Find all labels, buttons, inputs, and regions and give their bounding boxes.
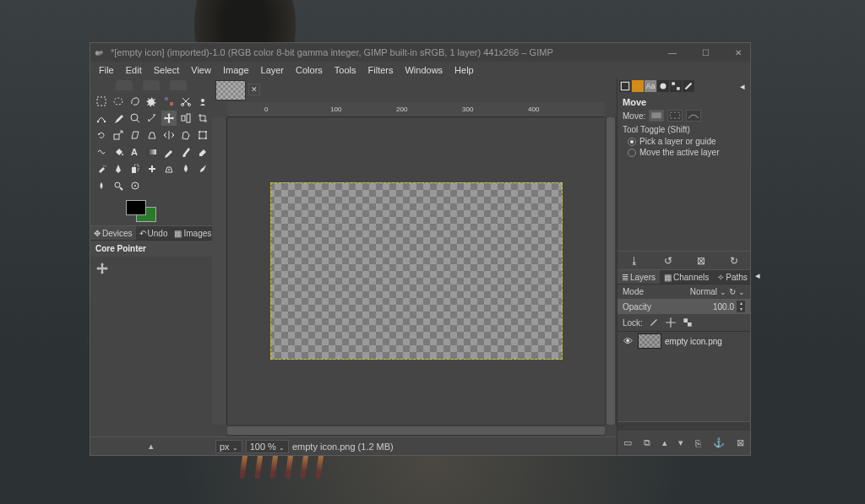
paths-tool[interactable] — [94, 111, 109, 126]
clone-tool[interactable] — [128, 161, 143, 176]
color-picker-tool[interactable] — [111, 111, 126, 126]
flip-tool[interactable] — [161, 127, 177, 143]
brushes-icon[interactable] — [657, 80, 669, 92]
airbrush-tool[interactable] — [94, 161, 109, 176]
restore-options-icon[interactable]: ↺ — [664, 255, 672, 267]
menu-layer[interactable]: Layer — [256, 63, 290, 77]
menu-view[interactable]: View — [186, 63, 216, 77]
color-select-tool[interactable] — [161, 94, 177, 109]
menu-image[interactable]: Image — [218, 63, 254, 77]
lock-alpha-icon[interactable] — [682, 317, 694, 328]
canvas[interactable] — [270, 182, 563, 360]
foreground-select-tool[interactable] — [195, 94, 210, 109]
unit-selector[interactable]: px ⌄ — [215, 440, 242, 453]
gradients-icon[interactable] — [683, 80, 694, 92]
perspective-clone-tool[interactable] — [161, 161, 177, 176]
minimize-button[interactable]: — — [663, 46, 682, 59]
maximize-button[interactable]: ☐ — [697, 46, 715, 59]
paintbrush-tool[interactable] — [178, 144, 193, 160]
patterns-icon[interactable] — [670, 80, 682, 92]
menu-edit[interactable]: Edit — [121, 63, 147, 77]
ink-tool[interactable] — [111, 161, 126, 176]
move-mode-selection[interactable] — [667, 110, 683, 122]
opacity-down[interactable]: ▾ — [737, 306, 745, 312]
layers-scrollbar[interactable] — [617, 422, 750, 431]
fg-bg-color[interactable] — [90, 195, 212, 225]
measure-tool[interactable] — [144, 111, 160, 126]
menu-help[interactable]: Help — [449, 63, 479, 77]
canvas-viewport[interactable] — [227, 117, 605, 425]
cage-tool[interactable] — [178, 127, 193, 143]
move-mode-layer[interactable] — [649, 110, 664, 122]
shear-tool[interactable] — [128, 127, 143, 143]
warp-tool[interactable] — [94, 144, 109, 160]
radio-pick-layer[interactable]: Pick a layer or guide — [623, 136, 745, 147]
save-preset-icon[interactable]: ▴ — [149, 441, 154, 452]
tool-options-icon[interactable] — [619, 80, 631, 92]
tab-devices[interactable]: ✥Devices — [90, 226, 136, 240]
horizontal-ruler[interactable]: 0 100 200 300 400 — [227, 102, 605, 117]
menu-colors[interactable]: Colors — [291, 63, 328, 77]
align-tool[interactable] — [178, 111, 193, 126]
layer-visibility-icon[interactable]: 👁 — [621, 336, 634, 346]
tab-undo[interactable]: ↶Undo — [136, 226, 171, 240]
menu-tools[interactable]: Tools — [329, 63, 362, 77]
anchor-layer-icon[interactable]: ⚓ — [713, 437, 725, 448]
image-tab-thumbnail[interactable] — [215, 80, 246, 100]
right-dock-menu-icon[interactable]: ◂ — [737, 81, 748, 92]
handle-transform-tool[interactable] — [128, 178, 143, 193]
foreground-color[interactable] — [126, 200, 146, 215]
blur-tool[interactable] — [178, 161, 193, 176]
move-tool[interactable] — [161, 111, 177, 126]
pencil-tool[interactable] — [161, 144, 177, 160]
ellipse-select-tool[interactable] — [111, 94, 126, 109]
lower-layer-icon[interactable]: ▾ — [678, 437, 683, 448]
new-group-icon[interactable]: ⧉ — [644, 437, 650, 448]
free-select-tool[interactable] — [128, 94, 143, 109]
scissors-tool[interactable] — [178, 94, 193, 109]
lock-pixels-icon[interactable] — [648, 317, 660, 328]
tab-images[interactable]: ▦Images — [171, 226, 215, 240]
reset-options-icon[interactable]: ↻ — [730, 255, 738, 267]
heal-tool[interactable] — [144, 161, 160, 176]
mode-dropdown[interactable]: Normal — [690, 287, 717, 296]
gradient-tool[interactable] — [144, 144, 160, 160]
rotate-tool[interactable] — [94, 127, 109, 143]
bucket-tool[interactable] — [111, 144, 126, 160]
opacity-up[interactable]: ▴ — [737, 301, 745, 306]
unified-transform-tool[interactable] — [195, 127, 210, 143]
delete-layer-icon[interactable]: ⊠ — [737, 437, 744, 448]
layer-name[interactable]: empty icon.png — [665, 337, 722, 346]
menu-filters[interactable]: Filters — [363, 63, 399, 77]
radio-move-active[interactable]: Move the active layer — [623, 147, 745, 158]
dodge-tool[interactable] — [111, 178, 126, 193]
raise-layer-icon[interactable]: ▴ — [662, 437, 667, 448]
smudge-tool[interactable] — [94, 178, 109, 193]
opacity-slider[interactable]: Opacity 100.0 ▴▾ — [617, 299, 750, 314]
mypaint-brush-tool[interactable] — [195, 161, 210, 176]
layer-row[interactable]: 👁 empty icon.png — [617, 332, 750, 350]
device-status-icon[interactable] — [632, 80, 644, 92]
vertical-scrollbar[interactable] — [605, 117, 617, 425]
textures-icon[interactable]: Aa — [645, 80, 656, 92]
layer-thumbnail[interactable] — [638, 333, 661, 349]
text-tool[interactable]: A — [128, 144, 143, 160]
duplicate-layer-icon[interactable]: ⎘ — [695, 438, 701, 448]
rect-select-tool[interactable] — [94, 94, 109, 109]
horizontal-scrollbar[interactable] — [227, 425, 605, 436]
close-button[interactable]: ✕ — [730, 46, 747, 59]
mode-caret2-icon[interactable]: ⌄ — [738, 288, 745, 296]
menu-select[interactable]: Select — [149, 63, 185, 77]
save-options-icon[interactable]: ⭳ — [629, 255, 639, 267]
tab-paths[interactable]: ✧Paths — [713, 270, 752, 284]
tab-layers[interactable]: ≣Layers — [617, 270, 660, 284]
perspective-tool[interactable] — [144, 127, 160, 143]
titlebar[interactable]: *[empty icon] (imported)-1.0 (RGB color … — [90, 43, 750, 62]
zoom-selector[interactable]: 100 % ⌄ — [246, 440, 289, 453]
image-tab-close-icon[interactable]: ✕ — [248, 84, 260, 95]
delete-options-icon[interactable]: ⊠ — [697, 255, 705, 267]
mode-caret-icon[interactable]: ⌄ — [720, 288, 726, 296]
vertical-ruler[interactable] — [212, 117, 227, 425]
tab-channels[interactable]: ▦Channels — [660, 270, 713, 284]
new-layer-icon[interactable]: ▭ — [623, 437, 632, 448]
